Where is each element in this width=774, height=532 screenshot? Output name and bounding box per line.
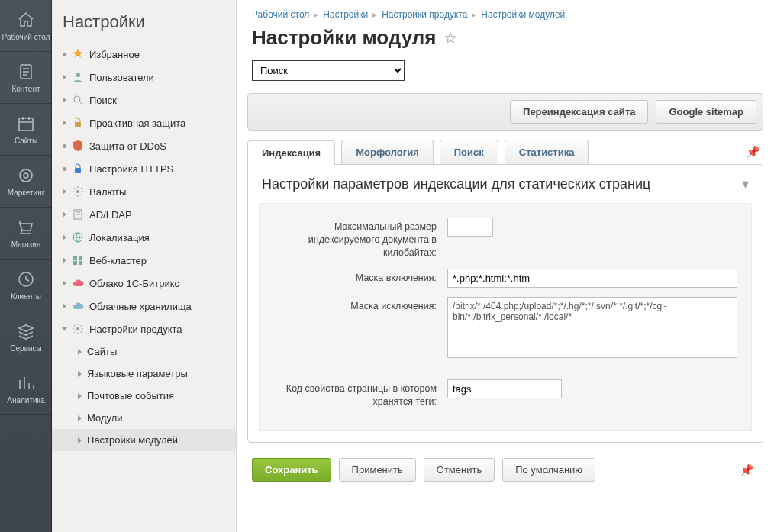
tree-item-10[interactable]: Облако 1С-Битрикс [52, 272, 236, 295]
module-select[interactable]: Поиск [252, 60, 405, 81]
bullet-icon [63, 144, 66, 148]
tree-item-5[interactable]: Настройка HTTPS [52, 157, 236, 180]
settings-panel: Настройки параметров индексации для стат… [247, 164, 763, 443]
vnav-item-2[interactable]: Сайты [0, 104, 52, 156]
page-icon [72, 208, 84, 221]
tree-item-label: Настройки модулей [87, 434, 178, 446]
svg-rect-13 [79, 256, 82, 260]
tree-item-label: Почтовые события [87, 390, 174, 401]
page-title: Настройки модуля [252, 26, 436, 50]
tree-item-12[interactable]: Настройки продукта [52, 318, 236, 340]
tree-item-label: Защита от DDoS [89, 140, 166, 152]
reindex-button[interactable]: Переиндексация сайта [510, 100, 648, 124]
cancel-button[interactable]: Отменить [424, 458, 495, 482]
vnav-item-0[interactable]: Рабочий стол [0, 0, 52, 52]
vnav-item-4[interactable]: Магазин [0, 208, 52, 260]
tree-item-8[interactable]: Локализация [52, 226, 236, 249]
form-actions: Сохранить Применить Отменить По умолчани… [237, 450, 774, 495]
tab-3[interactable]: Статистика [505, 140, 589, 164]
caret-icon [78, 371, 82, 377]
chevron-down-icon: ▾ [742, 176, 749, 192]
tree-item-4[interactable]: Защита от DDoS [52, 134, 236, 157]
breadcrumb-link-3[interactable]: Настройки модулей [481, 9, 565, 20]
tree-item-label: Пользователи [89, 72, 154, 83]
breadcrumb-link-0[interactable]: Рабочий стол [252, 9, 309, 20]
panel-body: Максимальный размер индексируемого докум… [259, 203, 752, 431]
grid-icon [72, 254, 84, 266]
caret-icon [63, 189, 66, 195]
panel-title: Настройки параметров индексации для стат… [262, 176, 650, 192]
caret-icon [63, 74, 66, 80]
tree-item-6[interactable]: Валюты [52, 180, 236, 203]
apply-button[interactable]: Применить [339, 458, 416, 482]
tree-item-11[interactable]: Облачные хранилища [52, 295, 236, 318]
tree-item-label: Проактивная защита [89, 118, 185, 129]
tree-item-1[interactable]: Пользователи [52, 66, 236, 89]
tree-item-label: Поиск [89, 95, 117, 106]
cloud-icon [72, 300, 84, 312]
sitemap-button[interactable]: Google sitemap [656, 100, 756, 124]
gear-icon [72, 323, 84, 335]
svg-rect-12 [73, 256, 77, 260]
tree-item-9[interactable]: Веб-кластер [52, 249, 236, 272]
tree-item-15[interactable]: Почтовые события [52, 385, 236, 407]
layers-icon [16, 321, 36, 341]
vnav-item-1[interactable]: Контент [0, 52, 52, 104]
bullet-icon [63, 53, 66, 56]
caret-icon [63, 97, 66, 103]
home-icon [16, 10, 36, 30]
tree-item-17[interactable]: Настройки модулей [52, 429, 236, 451]
tree-item-13[interactable]: Сайты [52, 340, 236, 363]
clock-icon [16, 269, 36, 289]
tree-item-label: Локализация [89, 232, 150, 243]
doc-icon [16, 62, 36, 82]
tree-item-label: Языковые параметры [87, 368, 188, 379]
cart-icon [16, 218, 36, 237]
caret-icon [63, 211, 66, 218]
max-size-input[interactable] [447, 218, 493, 237]
tree-item-label: Настройки продукта [89, 324, 182, 335]
caret-icon [63, 257, 66, 263]
caret-icon [62, 327, 68, 331]
bullet-icon [63, 167, 66, 171]
settings-tree: ИзбранноеПользователиПоискПроактивная за… [52, 43, 236, 451]
favorite-star-icon[interactable] [443, 31, 457, 45]
tree-item-label: Избранное [89, 49, 140, 60]
exclude-mask-textarea[interactable] [447, 297, 737, 358]
include-mask-input[interactable] [447, 269, 737, 288]
vnav-item-5[interactable]: Клиенты [0, 260, 52, 311]
vertical-nav: Рабочий столКонтентСайтыМаркетингМагазин… [0, 0, 52, 532]
breadcrumb-link-1[interactable]: Настройки [323, 9, 368, 20]
tags-prop-input[interactable] [447, 379, 562, 398]
tree-item-label: Облако 1С-Битрикс [89, 278, 179, 289]
vnav-item-7[interactable]: Аналитика [0, 363, 52, 415]
tree-item-14[interactable]: Языковые параметры [52, 363, 236, 385]
tab-0[interactable]: Индексация [247, 140, 335, 165]
star-orange-icon [72, 48, 84, 60]
panel-header[interactable]: Настройки параметров индексации для стат… [248, 165, 763, 203]
tree-item-7[interactable]: AD/LDAP [52, 203, 236, 226]
tree-item-16[interactable]: Модули [52, 407, 236, 429]
pin-icon[interactable]: 📌 [746, 145, 763, 159]
tree-item-3[interactable]: Проактивная защита [52, 111, 236, 134]
settings-sidebar: Настройки ИзбранноеПользователиПоискПроа… [52, 0, 237, 532]
tree-item-0[interactable]: Избранное [52, 43, 236, 66]
caret-icon [78, 393, 82, 399]
vnav-item-3[interactable]: Маркетинг [0, 156, 52, 208]
tree-item-2[interactable]: Поиск [52, 89, 236, 111]
tab-1[interactable]: Морфология [341, 140, 434, 164]
tags-prop-label: Код свойства страницы в котором хранятся… [269, 379, 437, 408]
vnav-item-6[interactable]: Сервисы [0, 311, 52, 363]
search-icon [72, 94, 84, 106]
tree-item-label: Сайты [87, 346, 117, 357]
toolbar: Переиндексация сайта Google sitemap [247, 93, 763, 131]
breadcrumb-link-2[interactable]: Настройки продукта [382, 9, 467, 20]
sidebar-title: Настройки [52, 9, 236, 43]
svg-point-16 [76, 327, 79, 330]
default-button[interactable]: По умолчанию [502, 458, 595, 482]
save-button[interactable]: Сохранить [252, 458, 331, 482]
svg-rect-7 [75, 122, 81, 127]
svg-rect-1 [19, 118, 33, 131]
tab-2[interactable]: Поиск [440, 140, 498, 164]
pin-icon[interactable]: 📌 [740, 463, 759, 477]
